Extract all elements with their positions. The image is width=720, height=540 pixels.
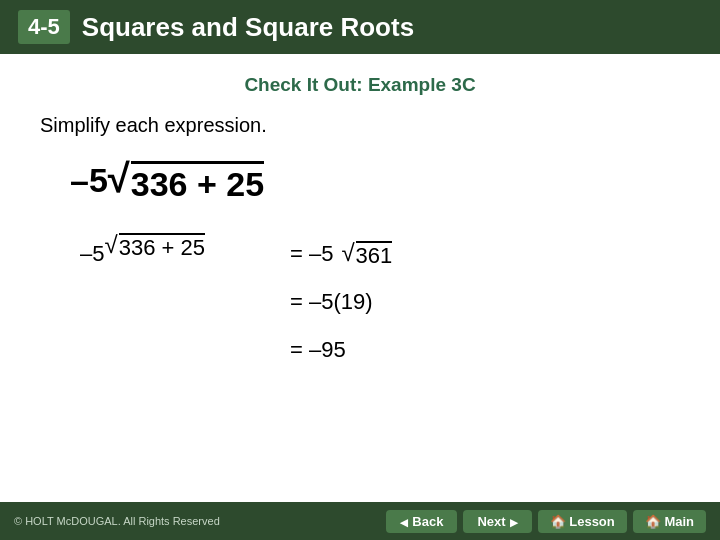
- header-title: Squares and Square Roots: [82, 12, 414, 43]
- lesson-label: Lesson: [569, 514, 615, 529]
- large-radicand: 336 + 25: [131, 161, 264, 203]
- large-sqrt: √ 336 + 25: [108, 161, 264, 203]
- step1-equals: = –5: [290, 233, 333, 275]
- step-1-row: –5 √ 336 + 25 = –5 √ 361: [80, 233, 680, 275]
- nav-buttons: Back Next 🏠 Lesson 🏠 Main: [386, 510, 706, 533]
- next-button[interactable]: Next: [463, 510, 531, 533]
- main-icon: 🏠: [645, 514, 661, 529]
- instruction: Simplify each expression.: [40, 114, 680, 137]
- back-arrow-icon: [400, 514, 408, 529]
- next-arrow-icon: [510, 514, 518, 529]
- step1-radical-right: √: [341, 241, 354, 265]
- main-button[interactable]: 🏠 Main: [633, 510, 706, 533]
- step1-sqrt-left: √ 336 + 25: [104, 233, 204, 260]
- step-3-row: = –95: [290, 329, 680, 371]
- step2-result: = –5(19): [290, 281, 373, 323]
- next-label: Next: [477, 514, 505, 529]
- main-content: Check It Out: Example 3C Simplify each e…: [0, 54, 720, 397]
- step3-result: = –95: [290, 329, 346, 371]
- expr-prefix: –5: [70, 161, 108, 200]
- subtitle: Check It Out: Example 3C: [40, 74, 680, 96]
- lesson-icon: 🏠: [550, 514, 566, 529]
- back-button[interactable]: Back: [386, 510, 457, 533]
- large-radical-sign: √: [108, 161, 130, 195]
- footer: © HOLT McDOUGAL. All Rights Reserved Bac…: [0, 502, 720, 540]
- step-1-left: –5 √ 336 + 25: [80, 233, 290, 275]
- large-expression: –5 √ 336 + 25: [70, 161, 680, 203]
- step1-radicand-right: 361: [356, 241, 393, 268]
- lesson-badge: 4-5: [18, 10, 70, 44]
- step1-prefix: –5: [80, 233, 104, 275]
- step1-radicand: 336 + 25: [119, 233, 205, 260]
- lesson-button[interactable]: 🏠 Lesson: [538, 510, 627, 533]
- step-2-row: = –5(19): [290, 281, 680, 323]
- steps-container: –5 √ 336 + 25 = –5 √ 361 = –5(19) = –95: [80, 233, 680, 370]
- back-label: Back: [412, 514, 443, 529]
- step1-radical: √: [104, 233, 117, 257]
- copyright: © HOLT McDOUGAL. All Rights Reserved: [14, 515, 220, 527]
- step1-sqrt-right: √ 361: [341, 241, 392, 268]
- main-label: Main: [664, 514, 694, 529]
- header: 4-5 Squares and Square Roots: [0, 0, 720, 54]
